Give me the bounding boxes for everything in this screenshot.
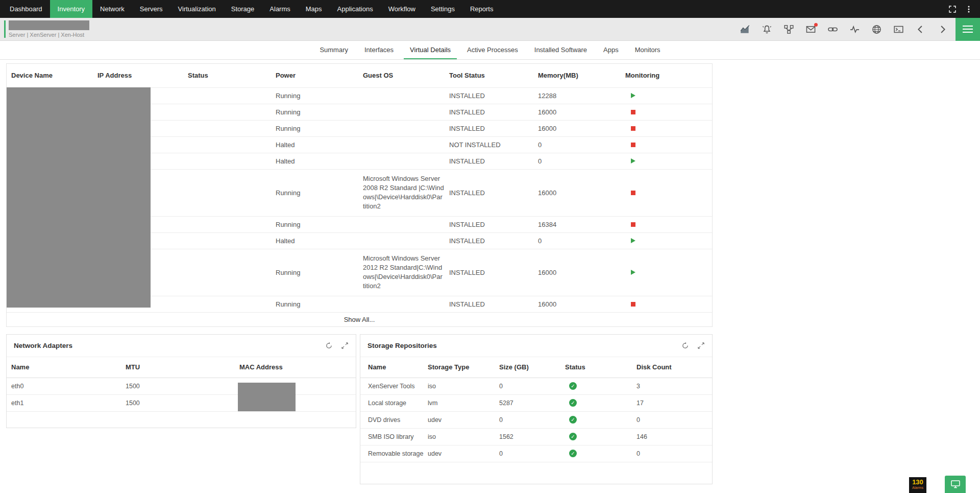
vm-cell-guest-os	[363, 216, 449, 232]
vm-cell-status	[188, 232, 276, 249]
fullscreen-icon[interactable]	[948, 5, 957, 13]
network-adapters-header: Network Adapters	[7, 335, 356, 357]
monitoring-stop-icon[interactable]	[631, 191, 635, 195]
chart-icon[interactable]	[740, 25, 750, 34]
monitoring-start-icon[interactable]	[631, 93, 635, 98]
tab-installed-software[interactable]: Installed Software	[528, 41, 593, 59]
repository-row[interactable]: XenServer Toolsiso0✓3	[360, 378, 712, 394]
vm-col-status: Status	[188, 64, 276, 87]
vm-cell-memory: 16000	[538, 120, 625, 136]
vm-cell-status	[188, 104, 276, 120]
tab-interfaces[interactable]: Interfaces	[358, 41, 400, 59]
tab-apps[interactable]: Apps	[597, 41, 625, 59]
nav-item-inventory[interactable]: Inventory	[50, 0, 92, 18]
top-nav-items: DashboardInventoryNetworkServersVirtuali…	[0, 0, 501, 18]
kebab-menu-icon[interactable]	[965, 5, 973, 13]
show-all-link[interactable]: Show All...	[344, 316, 375, 323]
monitoring-stop-icon[interactable]	[631, 143, 635, 147]
monitoring-stop-icon[interactable]	[631, 110, 635, 114]
adapter-mtu: 1500	[126, 394, 239, 411]
storage-col-status: Status	[565, 357, 636, 378]
tab-monitors[interactable]: Monitors	[629, 41, 667, 59]
expand-icon[interactable]	[697, 342, 705, 349]
repository-row[interactable]: Removable storageudev0✓0	[360, 445, 712, 462]
refresh-icon[interactable]	[681, 342, 689, 349]
storage-table-head-row: NameStorage TypeSize (GB)StatusDisk Coun…	[360, 357, 712, 378]
vm-cell-monitoring	[625, 120, 712, 136]
nav-item-network[interactable]: Network	[92, 0, 132, 18]
nav-item-settings[interactable]: Settings	[423, 0, 462, 18]
link-icon[interactable]	[828, 25, 838, 34]
storage-repositories-header: Storage Repositories	[360, 335, 712, 357]
vm-cell-memory: 12288	[538, 87, 625, 104]
storage-col-disk-count: Disk Count	[636, 357, 712, 378]
tab-summary[interactable]: Summary	[313, 41, 354, 59]
menu-button[interactable]	[955, 18, 980, 41]
adapter-row[interactable]: eth01500	[7, 378, 356, 394]
repo-storage-type: iso	[428, 428, 499, 445]
vm-cell-guest-os	[363, 120, 449, 136]
nav-item-storage[interactable]: Storage	[224, 0, 262, 18]
refresh-icon[interactable]	[325, 342, 333, 349]
globe-icon[interactable]	[872, 25, 881, 34]
nav-item-maps[interactable]: Maps	[298, 0, 330, 18]
adapter-row[interactable]: eth11500	[7, 394, 356, 411]
nav-item-virtualization[interactable]: Virtualization	[170, 0, 224, 18]
expand-icon[interactable]	[341, 342, 349, 349]
repository-row[interactable]: Local storagelvm5287✓17	[360, 394, 712, 411]
status-ok-icon: ✓	[569, 416, 577, 424]
vm-col-memory-mb: Memory(MB)	[538, 64, 625, 87]
nav-item-applications[interactable]: Applications	[330, 0, 381, 18]
breadcrumb: Server | XenServer | Xen-Host	[9, 32, 89, 38]
monitoring-stop-icon[interactable]	[631, 126, 635, 131]
vm-cell-memory: 0	[538, 136, 625, 153]
monitoring-stop-icon[interactable]	[631, 222, 635, 227]
mail-icon[interactable]	[806, 25, 816, 34]
alarm-icon[interactable]	[762, 25, 772, 34]
monitoring-start-icon[interactable]	[631, 158, 635, 163]
prev-icon[interactable]	[916, 25, 925, 34]
vm-cell-guest-os	[363, 87, 449, 104]
console-icon[interactable]	[894, 25, 903, 34]
vm-cell-memory: 16384	[538, 216, 625, 232]
repository-row[interactable]: SMB ISO libraryiso1562✓146	[360, 428, 712, 445]
repo-size: 0	[499, 445, 565, 462]
vm-cell-tool-status: INSTALLED	[449, 216, 538, 232]
monitoring-stop-icon[interactable]	[631, 302, 635, 307]
pulse-icon[interactable]	[850, 25, 860, 34]
repo-status: ✓	[565, 428, 636, 445]
nav-item-reports[interactable]: Reports	[462, 0, 501, 18]
main-content: Device NameIP AddressStatusPowerGuest OS…	[0, 60, 980, 484]
vm-cell-memory: 16000	[538, 249, 625, 296]
tab-virtual-details[interactable]: Virtual Details	[404, 41, 457, 59]
vm-cell-power: Running	[276, 169, 363, 216]
alarm-count-badge[interactable]: 130 Alarms	[909, 477, 926, 493]
vm-col-guest-os: Guest OS	[363, 64, 449, 87]
nav-item-workflow[interactable]: Workflow	[381, 0, 423, 18]
nav-item-dashboard[interactable]: Dashboard	[2, 0, 50, 18]
app-root: DashboardInventoryNetworkServersVirtuali…	[0, 0, 980, 484]
repo-status: ✓	[565, 394, 636, 411]
monitoring-start-icon[interactable]	[631, 238, 635, 243]
next-icon[interactable]	[938, 25, 947, 34]
vm-cell-status	[188, 120, 276, 136]
show-all-row: Show All...	[7, 312, 712, 326]
support-button[interactable]	[945, 476, 966, 493]
nav-item-servers[interactable]: Servers	[132, 0, 170, 18]
device-name-redacted	[9, 20, 89, 30]
topology-icon[interactable]	[784, 25, 794, 34]
vm-cell-power: Running	[276, 120, 363, 136]
repo-status: ✓	[565, 445, 636, 462]
tab-active-processes[interactable]: Active Processes	[461, 41, 524, 59]
vm-cell-monitoring	[625, 232, 712, 249]
adapter-mtu: 1500	[126, 378, 239, 394]
adapter-name: eth0	[7, 378, 126, 394]
repo-storage-type: udev	[428, 445, 499, 462]
vm-cell-memory: 16000	[538, 104, 625, 120]
nav-item-alarms[interactable]: Alarms	[262, 0, 298, 18]
status-ok-icon: ✓	[569, 450, 577, 457]
vm-cell-guest-os	[363, 153, 449, 169]
vm-table-head-row: Device NameIP AddressStatusPowerGuest OS…	[7, 64, 712, 87]
repository-row[interactable]: DVD drivesudev0✓0	[360, 411, 712, 428]
monitoring-start-icon[interactable]	[631, 270, 635, 275]
